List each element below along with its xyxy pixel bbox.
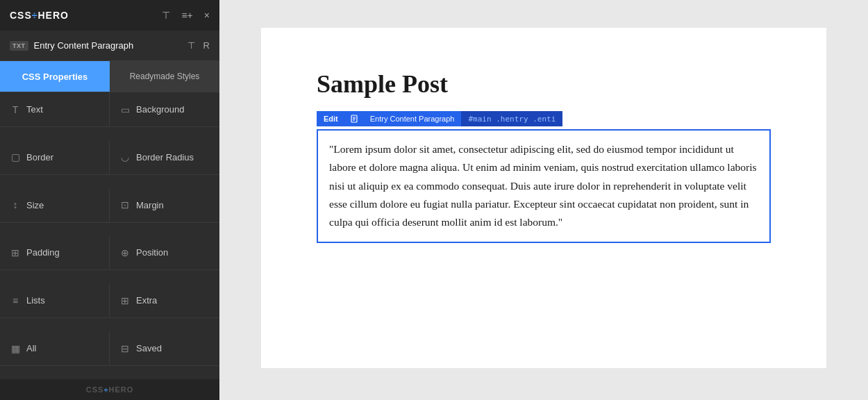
padding-icon: ⊞ xyxy=(10,247,21,258)
prop-saved-label: Saved xyxy=(136,343,162,353)
tab-readymade-styles[interactable]: Readymade Styles xyxy=(110,61,219,92)
properties-grid: T Text ▭ Background ▢ Border ◡ Border Ra… xyxy=(0,92,219,379)
sidebar-header: CSS÷HERO ⊤ ≡+ × xyxy=(0,0,219,31)
all-icon: ▦ xyxy=(10,343,21,354)
prop-size-label: Size xyxy=(26,200,44,210)
post-title: Sample Post xyxy=(317,69,771,99)
header-actions: ⊤ ≡+ × xyxy=(162,10,210,21)
position-icon: ⊕ xyxy=(119,247,131,258)
main-area: Sample Post Edit Entry Content Paragraph… xyxy=(219,0,868,400)
prop-lists[interactable]: ≡ Lists xyxy=(0,283,110,318)
prop-margin-label: Margin xyxy=(136,200,164,210)
page-canvas: Sample Post Edit Entry Content Paragraph… xyxy=(261,28,826,368)
css-hero-logo: CSS÷HERO xyxy=(10,10,69,21)
prop-border-radius[interactable]: ◡ Border Radius xyxy=(110,140,219,175)
saved-icon: ⊟ xyxy=(119,343,131,354)
border-icon: ▢ xyxy=(10,151,21,162)
toolbar-element-name: Entry Content Paragraph xyxy=(363,111,462,126)
prop-lists-label: Lists xyxy=(26,295,45,306)
txt-badge: TXT xyxy=(10,41,28,51)
sidebar-footer: CSS÷HERO xyxy=(0,379,219,400)
extra-icon: ⊞ xyxy=(119,295,131,306)
prop-padding[interactable]: ⊞ Padding xyxy=(0,235,110,270)
size-icon: ↕ xyxy=(10,199,21,210)
prop-border[interactable]: ▢ Border xyxy=(0,140,110,175)
tabs-row: CSS Properties Readymade Styles xyxy=(0,61,219,92)
border-radius-icon: ◡ xyxy=(119,151,131,162)
element-header-title: Entry Content Paragraph xyxy=(34,40,134,51)
tab-css-properties[interactable]: CSS Properties xyxy=(0,61,110,92)
element-toolbar: Edit Entry Content Paragraph #main .hent… xyxy=(317,111,771,126)
prop-text-label: Text xyxy=(26,104,43,115)
element-align-icon[interactable]: ⊤ xyxy=(187,40,195,51)
prop-position[interactable]: ⊕ Position xyxy=(110,235,219,270)
lists-icon: ≡ xyxy=(10,295,21,306)
element-header-left: TXT Entry Content Paragraph xyxy=(10,40,133,51)
close-icon[interactable]: × xyxy=(204,10,210,21)
element-header-right: ⊤ R xyxy=(187,40,210,51)
prop-all[interactable]: ▦ All xyxy=(0,331,110,366)
prop-background-label: Background xyxy=(136,104,184,115)
text-icon: T xyxy=(10,104,21,115)
prop-position-label: Position xyxy=(136,247,168,258)
prop-border-radius-label: Border Radius xyxy=(136,152,194,162)
paragraph-block: "Lorem ipsum dolor sit amet, consectetur… xyxy=(317,129,771,243)
background-icon: ▭ xyxy=(119,104,131,115)
paragraph-text: "Lorem ipsum dolor sit amet, consectetur… xyxy=(329,140,758,232)
document-icon xyxy=(350,115,358,123)
prop-background[interactable]: ▭ Background xyxy=(110,92,219,127)
prop-extra[interactable]: ⊞ Extra xyxy=(110,283,219,318)
prop-padding-label: Padding xyxy=(26,247,60,258)
edit-button[interactable]: Edit xyxy=(317,111,345,126)
menu-icon[interactable]: ≡+ xyxy=(181,10,192,21)
prop-size[interactable]: ↕ Size xyxy=(0,188,110,223)
align-icon[interactable]: ⊤ xyxy=(162,10,170,21)
element-r-label[interactable]: R xyxy=(203,40,210,51)
sidebar: CSS÷HERO ⊤ ≡+ × TXT Entry Content Paragr… xyxy=(0,0,219,400)
margin-icon: ⊡ xyxy=(119,199,131,210)
prop-margin[interactable]: ⊡ Margin xyxy=(110,188,219,223)
prop-saved[interactable]: ⊟ Saved xyxy=(110,331,219,366)
prop-extra-label: Extra xyxy=(136,295,157,306)
element-header: TXT Entry Content Paragraph ⊤ R xyxy=(0,31,219,61)
prop-text[interactable]: T Text xyxy=(0,92,110,127)
prop-all-label: All xyxy=(26,343,36,353)
toolbar-doc-icon[interactable] xyxy=(345,111,363,126)
toolbar-selector: #main .hentry .enti xyxy=(461,111,562,126)
prop-border-label: Border xyxy=(26,152,53,162)
